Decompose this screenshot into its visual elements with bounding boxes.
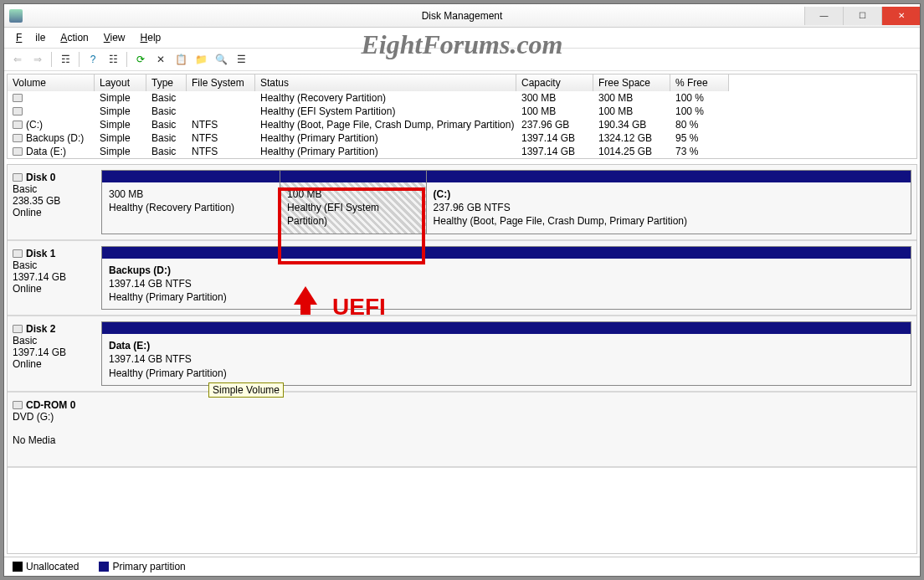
minimize-button[interactable]: — — [804, 7, 843, 25]
partition[interactable]: (C:)237.96 GB NTFSHealthy (Boot, Page Fi… — [427, 171, 911, 234]
table-row[interactable]: Data (E:)SimpleBasicNTFSHealthy (Primary… — [8, 145, 916, 158]
col-pctfree[interactable]: % Free — [670, 74, 729, 91]
disk-info[interactable]: Disk 1Basic1397.14 GBOnline — [13, 246, 96, 311]
col-capacity[interactable]: Capacity — [516, 74, 593, 91]
volume-icon — [13, 121, 23, 129]
menu-view[interactable]: View — [97, 30, 132, 45]
col-freespace[interactable]: Free Space — [593, 74, 670, 91]
legend-unallocated: Unallocated — [13, 561, 79, 572]
toolbar: ⇐ ⇒ ☶ ? ☷ ⟳ ✕ 📋 📁 🔍 ☰ — [4, 49, 920, 71]
tooltip-simple-volume: Simple Volume — [208, 382, 284, 398]
menu-action[interactable]: Action — [54, 30, 95, 45]
legend: Unallocated Primary partition — [4, 557, 920, 576]
properties-icon[interactable]: ? — [85, 51, 101, 68]
explore-icon[interactable]: 🔍 — [213, 51, 229, 68]
volume-list: Volume Layout Type File System Status Ca… — [7, 74, 917, 159]
tree-icon[interactable]: ☷ — [105, 51, 121, 68]
partition[interactable]: Data (E:)1397.14 GB NTFSHealthy (Primary… — [102, 322, 911, 385]
open-icon[interactable]: 📁 — [192, 51, 209, 68]
disk-row: Disk 0Basic238.35 GBOnline300 MBHealthy … — [8, 165, 916, 241]
volume-icon — [13, 94, 23, 102]
list-icon[interactable]: ☰ — [233, 51, 249, 68]
menubar: File Action View Help — [4, 28, 920, 49]
disk-info[interactable]: CD-ROM 0DVD (G:)No Media — [13, 398, 96, 461]
disk-icon — [13, 401, 23, 409]
refresh-icon[interactable]: ⟳ — [132, 51, 149, 68]
disk-graphical-view: Disk 0Basic238.35 GBOnline300 MBHealthy … — [7, 164, 917, 554]
maximize-button[interactable]: ☐ — [843, 7, 881, 25]
back-icon[interactable]: ⇐ — [9, 51, 26, 68]
titlebar: Disk Management — ☐ ✕ — [4, 4, 920, 28]
window-title: Disk Management — [4, 10, 920, 22]
table-row[interactable]: SimpleBasicHealthy (Recovery Partition)3… — [8, 91, 916, 105]
partition[interactable]: Backups (D:)1397.14 GB NTFSHealthy (Prim… — [102, 247, 911, 310]
menu-help[interactable]: Help — [134, 30, 168, 45]
disk-info[interactable]: Disk 2Basic1397.14 GBOnline — [13, 321, 96, 386]
app-icon — [9, 9, 23, 23]
partition[interactable]: 100 MBHealthy (EFI System Partition) — [280, 171, 427, 234]
disk-row: Disk 2Basic1397.14 GBOnlineData (E:)1397… — [8, 316, 916, 393]
col-filesystem[interactable]: File System — [187, 74, 255, 91]
legend-primary: Primary partition — [99, 561, 185, 572]
menu-file[interactable]: File — [9, 30, 52, 45]
col-type[interactable]: Type — [146, 74, 187, 91]
col-status[interactable]: Status — [255, 74, 516, 91]
volume-icon — [13, 147, 23, 156]
col-layout[interactable]: Layout — [95, 74, 146, 91]
create-icon[interactable]: 📋 — [172, 51, 189, 68]
disk-info[interactable]: Disk 0Basic238.35 GBOnline — [13, 170, 96, 234]
table-row[interactable]: (C:)SimpleBasicNTFSHealthy (Boot, Page F… — [8, 118, 916, 131]
disk-row: CD-ROM 0DVD (G:)No Media — [8, 393, 916, 468]
column-headers[interactable]: Volume Layout Type File System Status Ca… — [8, 74, 916, 91]
delete-icon[interactable]: ✕ — [152, 51, 169, 68]
forward-icon[interactable]: ⇒ — [29, 51, 46, 68]
partition[interactable]: 300 MBHealthy (Recovery Partition) — [102, 171, 280, 234]
disk-icon — [13, 249, 23, 258]
close-button[interactable]: ✕ — [881, 7, 920, 25]
disk-row: Disk 1Basic1397.14 GBOnlineBackups (D:)1… — [8, 241, 916, 317]
disk-icon — [13, 325, 23, 333]
volume-icon — [13, 134, 23, 142]
table-row[interactable]: SimpleBasicHealthy (EFI System Partition… — [8, 105, 916, 118]
up-icon[interactable]: ☶ — [57, 51, 74, 68]
uefi-arrow-icon — [294, 286, 317, 305]
table-row[interactable]: Backups (D:)SimpleBasicNTFSHealthy (Prim… — [8, 131, 916, 145]
col-volume[interactable]: Volume — [8, 74, 95, 91]
volume-icon — [13, 107, 23, 115]
disk-icon — [13, 173, 23, 182]
